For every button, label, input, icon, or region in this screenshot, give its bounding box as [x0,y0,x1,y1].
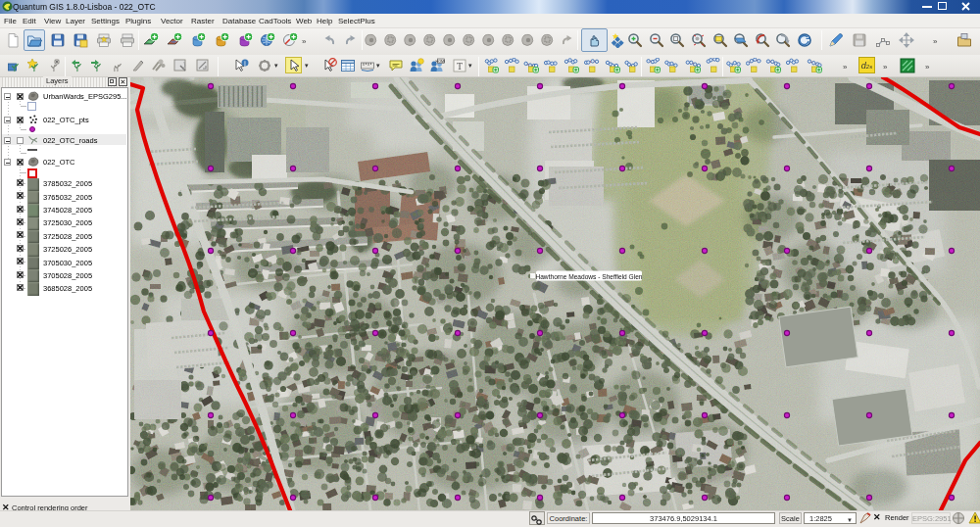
svg-text:HOME: HOME [436,60,445,64]
svg-text:i: i [244,60,245,67]
svg-text:Hawthorne Meadows - Sheffield: Hawthorne Meadows - Sheffield Glen [535,273,642,280]
svg-text:T: T [457,61,463,72]
